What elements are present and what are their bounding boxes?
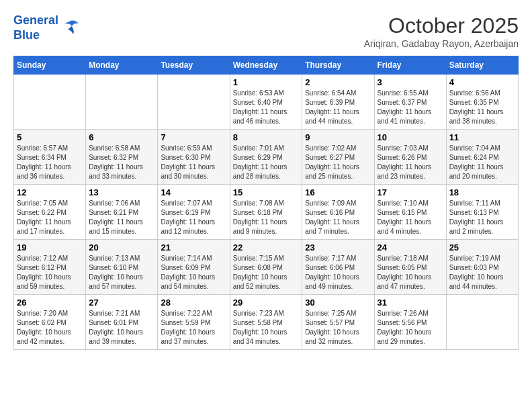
weekday-header-row: SundayMondayTuesdayWednesdayThursdayFrid… — [14, 56, 519, 75]
calendar-day-cell: 23Sunrise: 7:17 AMSunset: 6:06 PMDayligh… — [302, 240, 374, 295]
day-number: 12 — [17, 187, 83, 197]
day-info: Sunrise: 7:13 AMSunset: 6:10 PMDaylight:… — [89, 254, 154, 291]
calendar-day-cell: 7Sunrise: 6:59 AMSunset: 6:30 PMDaylight… — [158, 130, 230, 185]
day-info: Sunrise: 7:06 AMSunset: 6:21 PMDaylight:… — [89, 199, 154, 236]
weekday-header: Wednesday — [230, 56, 302, 75]
day-number: 23 — [305, 242, 371, 253]
calendar-day-cell: 3Sunrise: 6:55 AMSunset: 6:37 PMDaylight… — [374, 75, 446, 130]
calendar-week-row: 1Sunrise: 6:53 AMSunset: 6:40 PMDaylight… — [14, 75, 519, 130]
day-info: Sunrise: 6:55 AMSunset: 6:37 PMDaylight:… — [378, 89, 443, 126]
logo-text: General Blue — [13, 13, 58, 42]
day-number: 29 — [233, 298, 300, 308]
calendar-day-cell — [14, 75, 86, 130]
calendar-day-cell: 2Sunrise: 6:54 AMSunset: 6:39 PMDaylight… — [302, 75, 374, 130]
calendar-day-cell — [86, 75, 158, 130]
calendar-day-cell: 13Sunrise: 7:06 AMSunset: 6:21 PMDayligh… — [86, 185, 158, 240]
day-info: Sunrise: 7:03 AMSunset: 6:26 PMDaylight:… — [378, 144, 443, 181]
day-number: 30 — [305, 298, 371, 308]
day-number: 6 — [89, 132, 154, 142]
day-number: 24 — [378, 242, 443, 253]
calendar-day-cell: 10Sunrise: 7:03 AMSunset: 6:26 PMDayligh… — [374, 130, 446, 185]
day-info: Sunrise: 7:14 AMSunset: 6:09 PMDaylight:… — [161, 254, 226, 291]
day-number: 26 — [17, 298, 83, 308]
day-info: Sunrise: 7:05 AMSunset: 6:22 PMDaylight:… — [17, 199, 83, 236]
title-section: October 2025 Ariqiran, Gadabay Rayon, Az… — [364, 13, 519, 49]
day-info: Sunrise: 7:02 AMSunset: 6:27 PMDaylight:… — [305, 144, 371, 181]
day-number: 22 — [233, 242, 300, 253]
day-number: 10 — [378, 132, 443, 142]
calendar-week-row: 26Sunrise: 7:20 AMSunset: 6:02 PMDayligh… — [14, 295, 519, 350]
day-number: 19 — [17, 242, 83, 253]
day-number: 17 — [378, 187, 443, 197]
day-number: 4 — [449, 77, 515, 87]
day-info: Sunrise: 6:56 AMSunset: 6:35 PMDaylight:… — [449, 89, 515, 126]
calendar-day-cell: 28Sunrise: 7:22 AMSunset: 5:59 PMDayligh… — [158, 295, 230, 350]
day-number: 21 — [161, 242, 226, 253]
calendar-day-cell: 22Sunrise: 7:15 AMSunset: 6:08 PMDayligh… — [230, 240, 302, 295]
day-number: 9 — [305, 132, 371, 142]
calendar-table: SundayMondayTuesdayWednesdayThursdayFrid… — [13, 56, 519, 350]
day-info: Sunrise: 6:58 AMSunset: 6:32 PMDaylight:… — [89, 144, 154, 181]
calendar-day-cell: 20Sunrise: 7:13 AMSunset: 6:10 PMDayligh… — [86, 240, 158, 295]
calendar-day-cell — [158, 75, 230, 130]
day-number: 8 — [233, 132, 300, 142]
day-number: 15 — [233, 187, 300, 197]
page-header: General Blue October 2025 Ariqiran, Gada… — [13, 13, 519, 49]
calendar-week-row: 12Sunrise: 7:05 AMSunset: 6:22 PMDayligh… — [14, 185, 519, 240]
day-number: 20 — [89, 242, 154, 253]
calendar-week-row: 19Sunrise: 7:12 AMSunset: 6:12 PMDayligh… — [14, 240, 519, 295]
calendar-day-cell: 6Sunrise: 6:58 AMSunset: 6:32 PMDaylight… — [86, 130, 158, 185]
day-info: Sunrise: 7:18 AMSunset: 6:05 PMDaylight:… — [378, 254, 443, 291]
calendar-day-cell: 16Sunrise: 7:09 AMSunset: 6:16 PMDayligh… — [302, 185, 374, 240]
day-info: Sunrise: 6:54 AMSunset: 6:39 PMDaylight:… — [305, 89, 371, 126]
calendar-day-cell: 9Sunrise: 7:02 AMSunset: 6:27 PMDaylight… — [302, 130, 374, 185]
day-info: Sunrise: 7:17 AMSunset: 6:06 PMDaylight:… — [305, 254, 371, 291]
calendar-day-cell: 25Sunrise: 7:19 AMSunset: 6:03 PMDayligh… — [446, 240, 518, 295]
weekday-header: Friday — [374, 56, 446, 75]
calendar-day-cell: 26Sunrise: 7:20 AMSunset: 6:02 PMDayligh… — [14, 295, 86, 350]
calendar-day-cell: 24Sunrise: 7:18 AMSunset: 6:05 PMDayligh… — [374, 240, 446, 295]
day-info: Sunrise: 7:01 AMSunset: 6:29 PMDaylight:… — [233, 144, 300, 181]
month-title: October 2025 — [364, 13, 519, 38]
calendar-day-cell: 8Sunrise: 7:01 AMSunset: 6:29 PMDaylight… — [230, 130, 302, 185]
day-info: Sunrise: 7:19 AMSunset: 6:03 PMDaylight:… — [449, 254, 515, 291]
weekday-header: Monday — [86, 56, 158, 75]
day-info: Sunrise: 6:53 AMSunset: 6:40 PMDaylight:… — [233, 89, 300, 126]
day-number: 11 — [449, 132, 515, 142]
location-text: Ariqiran, Gadabay Rayon, Azerbaijan — [364, 38, 519, 49]
day-number: 28 — [161, 298, 226, 308]
calendar-day-cell: 5Sunrise: 6:57 AMSunset: 6:34 PMDaylight… — [14, 130, 86, 185]
day-info: Sunrise: 6:59 AMSunset: 6:30 PMDaylight:… — [161, 144, 226, 181]
day-info: Sunrise: 7:04 AMSunset: 6:24 PMDaylight:… — [449, 144, 515, 181]
calendar-day-cell: 29Sunrise: 7:23 AMSunset: 5:58 PMDayligh… — [230, 295, 302, 350]
day-info: Sunrise: 7:20 AMSunset: 6:02 PMDaylight:… — [17, 309, 83, 347]
weekday-header: Thursday — [302, 56, 374, 75]
calendar-week-row: 5Sunrise: 6:57 AMSunset: 6:34 PMDaylight… — [14, 130, 519, 185]
day-info: Sunrise: 7:25 AMSunset: 5:57 PMDaylight:… — [305, 309, 371, 347]
day-info: Sunrise: 7:15 AMSunset: 6:08 PMDaylight:… — [233, 254, 300, 291]
day-info: Sunrise: 7:10 AMSunset: 6:15 PMDaylight:… — [378, 199, 443, 236]
calendar-day-cell: 12Sunrise: 7:05 AMSunset: 6:22 PMDayligh… — [14, 185, 86, 240]
weekday-header: Sunday — [14, 56, 86, 75]
calendar-day-cell: 21Sunrise: 7:14 AMSunset: 6:09 PMDayligh… — [158, 240, 230, 295]
logo-blue: Blue — [13, 28, 40, 42]
day-number: 31 — [378, 298, 443, 308]
day-info: Sunrise: 7:09 AMSunset: 6:16 PMDaylight:… — [305, 199, 371, 236]
calendar-day-cell: 17Sunrise: 7:10 AMSunset: 6:15 PMDayligh… — [374, 185, 446, 240]
calendar-day-cell: 18Sunrise: 7:11 AMSunset: 6:13 PMDayligh… — [446, 185, 518, 240]
calendar-day-cell: 4Sunrise: 6:56 AMSunset: 6:35 PMDaylight… — [446, 75, 518, 130]
day-number: 18 — [449, 187, 515, 197]
day-number: 25 — [449, 242, 515, 253]
logo-bird-icon — [60, 18, 80, 38]
day-number: 5 — [17, 132, 83, 142]
day-info: Sunrise: 7:11 AMSunset: 6:13 PMDaylight:… — [449, 199, 515, 236]
logo: General Blue — [13, 13, 80, 42]
day-info: Sunrise: 7:26 AMSunset: 5:56 PMDaylight:… — [378, 309, 443, 347]
day-number: 3 — [378, 77, 443, 87]
day-info: Sunrise: 7:12 AMSunset: 6:12 PMDaylight:… — [17, 254, 83, 291]
weekday-header: Saturday — [446, 56, 518, 75]
day-info: Sunrise: 7:08 AMSunset: 6:18 PMDaylight:… — [233, 199, 300, 236]
day-info: Sunrise: 7:22 AMSunset: 5:59 PMDaylight:… — [161, 309, 226, 347]
calendar-day-cell: 14Sunrise: 7:07 AMSunset: 6:19 PMDayligh… — [158, 185, 230, 240]
calendar-day-cell: 11Sunrise: 7:04 AMSunset: 6:24 PMDayligh… — [446, 130, 518, 185]
